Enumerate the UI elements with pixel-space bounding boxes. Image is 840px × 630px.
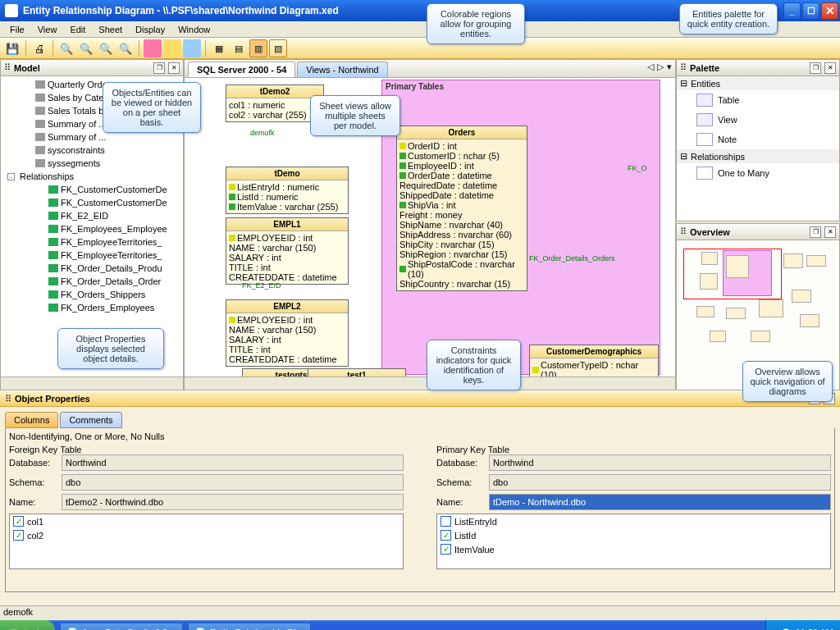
- pk-icon: [399, 143, 406, 149]
- layout4-icon[interactable]: ▧: [269, 39, 287, 57]
- palette-item-view[interactable]: View: [677, 110, 839, 130]
- palette-section-entities[interactable]: Entities: [691, 79, 720, 89]
- palette-title: Palette: [690, 63, 806, 73]
- tree-item[interactable]: FK_Orders_Shippers: [61, 290, 145, 299]
- menu-sheet[interactable]: Sheet: [92, 23, 129, 36]
- layout2-icon[interactable]: ▤: [230, 39, 248, 57]
- zoom-out-icon[interactable]: 🔍: [77, 39, 95, 57]
- restore-icon[interactable]: ❐: [810, 226, 821, 238]
- entity-empl2[interactable]: EMPL2 EMPLOYEEID : int NAME : varchar (1…: [226, 299, 349, 367]
- menu-view[interactable]: View: [31, 23, 64, 36]
- callout-palette: Entities palette for quick entity creati…: [679, 3, 778, 34]
- properties-title: Object Properties: [15, 394, 806, 404]
- checkbox-icon[interactable]: ✓: [441, 544, 451, 555]
- panel-grip-icon[interactable]: ⠿: [680, 226, 687, 237]
- restore-icon[interactable]: ❐: [810, 62, 821, 74]
- relation-label: FK_E2_EID: [242, 281, 281, 290]
- collapse-icon[interactable]: ⊟: [680, 151, 687, 162]
- checkbox-icon[interactable]: ✓: [13, 516, 24, 527]
- tree-item[interactable]: Summary of ...: [48, 132, 107, 142]
- save-icon[interactable]: 💾: [3, 39, 21, 57]
- fk-database-combo[interactable]: Northwind: [62, 454, 404, 471]
- entity-test1[interactable]: test1: [308, 368, 406, 377]
- palette-item-one-to-many[interactable]: One to Many: [677, 163, 839, 183]
- tree-item[interactable]: syssegments: [48, 158, 100, 168]
- fk-name-combo[interactable]: tDemo2 - Northwind.dbo: [62, 494, 404, 510]
- zoom-actual-icon[interactable]: 🔍: [116, 39, 135, 57]
- panel-grip-icon[interactable]: ⠿: [5, 394, 11, 404]
- fk-table-header: Foreign Key Table: [9, 445, 404, 454]
- close-panel-icon[interactable]: ✕: [824, 226, 836, 238]
- fk-schema-combo[interactable]: dbo: [62, 474, 404, 491]
- tab-views[interactable]: Views - Northwind: [297, 62, 387, 77]
- pk-database-combo[interactable]: Northwind: [489, 454, 831, 471]
- menu-edit[interactable]: Edit: [63, 23, 92, 36]
- tree-item[interactable]: FK_Orders_Employees: [61, 303, 154, 313]
- palette-item-note[interactable]: Note: [677, 130, 839, 149]
- callout-sheets: Sheet views allow multiple sheets per mo…: [310, 95, 400, 136]
- tray-icon[interactable]: ⬤: [781, 628, 791, 631]
- toolbar: 💾 🖨 🔍 🔍 🔍 🔍 ▦ ▤ ▥ ▧: [0, 38, 840, 59]
- tree-item[interactable]: FK_CustomerCustomerDe: [61, 185, 167, 194]
- tab-prev-icon[interactable]: ◁: [647, 62, 654, 72]
- taskbar-app-erd[interactable]: 📄Entity Relationship Di...: [188, 623, 311, 630]
- layout1-icon[interactable]: ▦: [210, 39, 228, 57]
- tab-next-icon[interactable]: ▷: [657, 62, 664, 72]
- checkbox-icon[interactable]: ✓: [441, 530, 451, 541]
- tree-item[interactable]: FK_Order_Details_Produ: [61, 263, 162, 273]
- close-panel-icon[interactable]: ✕: [824, 62, 836, 74]
- checkbox-icon[interactable]: ✓: [13, 530, 24, 541]
- tab-list-icon[interactable]: ▾: [667, 62, 672, 72]
- entity-orders[interactable]: Orders OrderID : int CustomerID : nchar …: [396, 126, 527, 291]
- zoom-fit-icon[interactable]: 🔍: [97, 39, 115, 57]
- region-yellow-icon[interactable]: [163, 39, 181, 57]
- tree-hscrollbar[interactable]: [1, 377, 183, 390]
- start-button[interactable]: ⊞ start: [0, 620, 55, 630]
- entity-tdemo[interactable]: tDemo ListEntryId : numeric ListId : num…: [226, 167, 349, 214]
- zoom-in-icon[interactable]: 🔍: [57, 39, 75, 57]
- system-tray[interactable]: ‹ ⬤ 11:01 AM: [765, 620, 840, 630]
- panel-grip-icon[interactable]: ⠿: [680, 62, 687, 73]
- tree-item[interactable]: sysconstraints: [48, 145, 105, 155]
- tab-columns[interactable]: Columns: [5, 412, 58, 428]
- fk-columns-list[interactable]: ✓col1 ✓col2: [9, 514, 404, 569]
- taskbar-app-aqua[interactable]: 📄Aqua Data Studio 6.9...: [60, 623, 183, 630]
- tree-item[interactable]: FK_EmployeeTerritories_: [61, 250, 162, 260]
- panel-grip-icon[interactable]: ⠿: [4, 62, 11, 73]
- tree-item[interactable]: FK_Employees_Employee: [61, 224, 167, 234]
- pk-icon: [229, 184, 235, 190]
- entity-tdemo2[interactable]: tDemo2 col1 : numeric col2 : varchar (25…: [226, 84, 324, 122]
- tree-item[interactable]: FK_Order_Details_Order: [61, 276, 161, 286]
- menu-display[interactable]: Display: [129, 23, 171, 36]
- palette-item-table[interactable]: Table: [677, 90, 839, 110]
- maximize-button[interactable]: ☐: [802, 2, 819, 20]
- menu-window[interactable]: Window: [171, 23, 217, 36]
- palette-section-relationships[interactable]: Relationships: [691, 152, 745, 162]
- collapse-icon[interactable]: -: [7, 173, 15, 180]
- restore-icon[interactable]: ❐: [153, 62, 165, 74]
- fk-icon: [229, 203, 235, 210]
- region-pink-icon[interactable]: [144, 39, 162, 57]
- tree-relationships-header[interactable]: Relationships: [20, 171, 74, 181]
- entity-empl1[interactable]: EMPL1 EMPLOYEEID : int NAME : varchar (1…: [226, 217, 349, 285]
- pk-columns-list[interactable]: ✓ListEntryId ✓ListId ✓ItemValue: [436, 514, 831, 569]
- tree-item[interactable]: FK_E2_EID: [61, 211, 108, 221]
- collapse-icon[interactable]: ⊟: [680, 78, 687, 89]
- tree-item[interactable]: FK_EmployeeTerritories_: [61, 237, 162, 247]
- tree-item[interactable]: Summary of ...: [48, 119, 107, 129]
- pk-name-combo[interactable]: tDemo - Northwind.dbo: [489, 494, 831, 510]
- checkbox-icon[interactable]: ✓: [441, 516, 451, 527]
- tree-item[interactable]: FK_CustomerCustomerDe: [61, 198, 167, 208]
- region-blue-icon[interactable]: [183, 39, 201, 57]
- tab-comments[interactable]: Comments: [60, 412, 121, 428]
- layout3-icon[interactable]: ▥: [249, 39, 267, 57]
- pk-schema-combo[interactable]: dbo: [489, 474, 831, 491]
- print-icon[interactable]: 🖨: [30, 39, 48, 57]
- tab-sqlserver[interactable]: SQL Server 2000 - 54: [188, 62, 295, 77]
- close-button[interactable]: ✕: [821, 2, 838, 20]
- close-panel-icon[interactable]: ✕: [168, 62, 180, 74]
- entity-customerdemographics[interactable]: CustomerDemographics CustomerTypeID : nc…: [529, 345, 659, 377]
- minimize-button[interactable]: _: [783, 2, 801, 20]
- diagram-canvas[interactable]: Primary Tables tDemo2 col1 : numeric col…: [185, 78, 675, 377]
- menu-file[interactable]: File: [3, 23, 31, 36]
